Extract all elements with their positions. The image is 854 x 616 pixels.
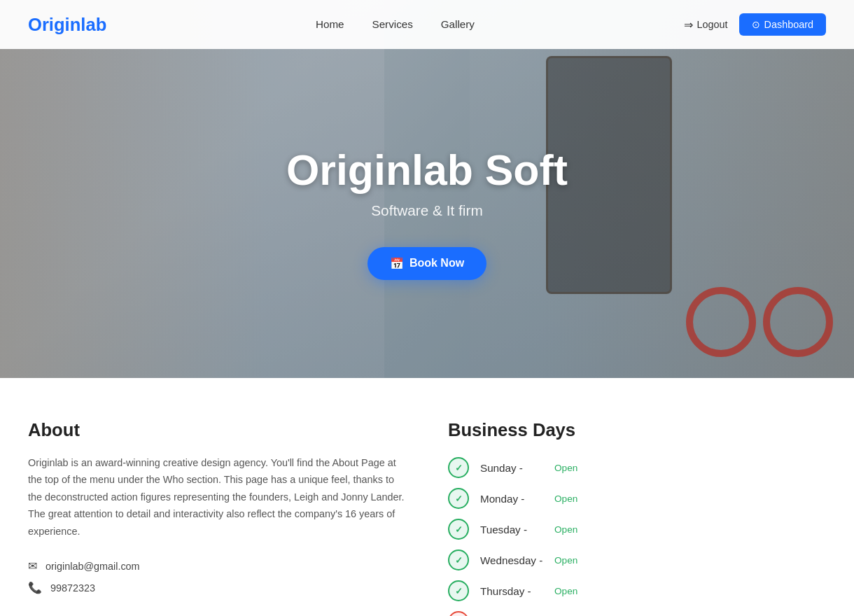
day-item: ✓Sunday -Open	[448, 457, 826, 478]
day-item: ✓Monday -Open	[448, 488, 826, 509]
nav-actions: ⇒ Logout ⊙ Dashboard	[684, 13, 826, 36]
day-status: Open	[554, 524, 578, 535]
check-icon: ✓	[448, 550, 469, 570]
phone-contact: 📞 99872323	[28, 581, 406, 594]
check-icon: ✓	[448, 519, 469, 540]
nav-home[interactable]: Home	[316, 18, 344, 30]
check-icon: ✓	[448, 488, 469, 509]
email-icon: ✉	[28, 559, 37, 573]
day-status: Open	[554, 463, 578, 473]
business-days-title: Business Days	[448, 420, 826, 440]
day-item: ✓Thursday -Open	[448, 580, 826, 601]
calendar-icon: 📅	[390, 257, 404, 270]
day-status: Open	[554, 493, 578, 504]
about-column: About Originlab is an award-winning crea…	[28, 420, 406, 616]
hero-title: Originlab Soft	[286, 147, 568, 194]
day-name: Monday -	[480, 493, 543, 505]
brand-logo[interactable]: Originlab	[28, 15, 106, 35]
phone-value: 99872323	[50, 582, 95, 594]
hero-subtitle: Software & It firm	[371, 202, 482, 219]
check-icon: ✓	[448, 580, 469, 601]
cross-icon: ✕	[448, 611, 469, 616]
hero-content: Originlab Soft Software & It firm 📅 Book…	[0, 0, 854, 378]
hero-section: Originlab Soft Software & It firm 📅 Book…	[0, 0, 854, 378]
day-status: Open	[554, 555, 578, 566]
business-days-column: Business Days ✓Sunday -Open✓Monday -Open…	[448, 420, 826, 616]
nav-gallery[interactable]: Gallery	[441, 18, 475, 30]
navbar: Originlab Home Services Gallery ⇒ Logout…	[0, 0, 854, 49]
nav-services[interactable]: Services	[372, 18, 413, 30]
email-contact: ✉ originlab@gmail.com	[28, 559, 406, 573]
day-item: ✕Friday -Close	[448, 611, 826, 616]
dashboard-icon: ⊙	[752, 19, 760, 30]
book-now-button[interactable]: 📅 Book Now	[368, 247, 486, 280]
phone-icon: 📞	[28, 581, 42, 594]
logout-icon: ⇒	[684, 18, 693, 31]
check-icon: ✓	[448, 457, 469, 478]
day-name: Sunday -	[480, 462, 543, 474]
day-item: ✓Tuesday -Open	[448, 519, 826, 540]
logout-label: Logout	[697, 19, 728, 30]
dashboard-button[interactable]: ⊙ Dashboard	[739, 13, 826, 36]
days-list: ✓Sunday -Open✓Monday -Open✓Tuesday -Open…	[448, 457, 826, 616]
day-name: Tuesday -	[480, 524, 543, 536]
nav-links: Home Services Gallery	[316, 18, 475, 31]
dashboard-label: Dashboard	[764, 19, 813, 30]
day-status: Open	[554, 586, 578, 596]
day-item: ✓Wednesday -Open	[448, 550, 826, 570]
book-label: Book Now	[410, 257, 464, 270]
email-value: originlab@gmail.com	[46, 561, 140, 572]
about-text: Originlab is an award-winning creative d…	[28, 454, 406, 540]
logout-button[interactable]: ⇒ Logout	[684, 18, 728, 31]
day-name: Wednesday -	[480, 554, 543, 566]
about-title: About	[28, 420, 406, 440]
day-name: Thursday -	[480, 585, 543, 597]
content-section: About Originlab is an award-winning crea…	[0, 378, 854, 616]
